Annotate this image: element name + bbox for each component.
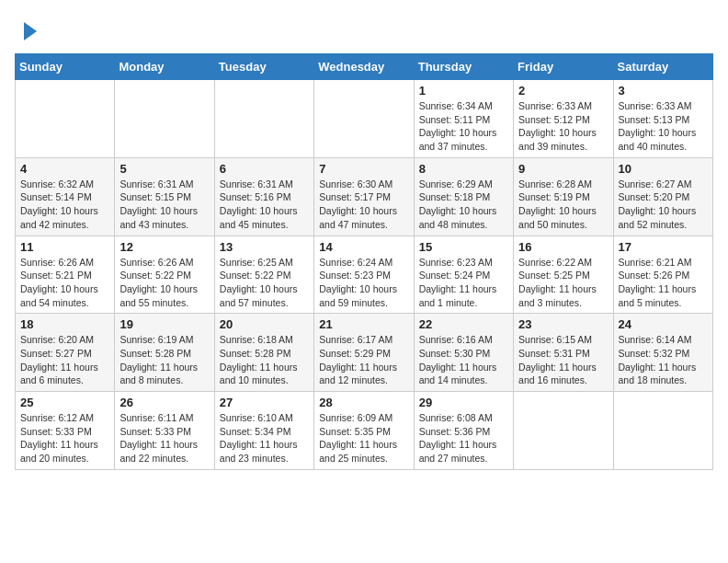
calendar-cell: 14Sunrise: 6:24 AM Sunset: 5:23 PM Dayli… [314, 236, 414, 314]
day-number: 26 [119, 396, 209, 409]
calendar-cell: 1Sunrise: 6:34 AM Sunset: 5:11 PM Daylig… [414, 80, 513, 158]
calendar-cell: 4Sunrise: 6:32 AM Sunset: 5:14 PM Daylig… [16, 157, 115, 236]
calendar-cell: 28Sunrise: 6:09 AM Sunset: 5:35 PM Dayli… [314, 392, 414, 470]
day-info: Sunrise: 6:23 AM Sunset: 5:24 PM Dayligh… [419, 256, 508, 310]
calendar-cell: 10Sunrise: 6:27 AM Sunset: 5:20 PM Dayli… [613, 157, 712, 236]
day-info: Sunrise: 6:21 AM Sunset: 5:26 PM Dayligh… [619, 256, 708, 310]
header-tuesday: Tuesday [214, 54, 313, 80]
day-info: Sunrise: 6:26 AM Sunset: 5:22 PM Dayligh… [119, 256, 209, 310]
calendar-cell: 21Sunrise: 6:17 AM Sunset: 5:29 PM Dayli… [314, 314, 414, 392]
page-header [15, 15, 713, 44]
day-info: Sunrise: 6:14 AM Sunset: 5:32 PM Dayligh… [619, 333, 708, 387]
day-info: Sunrise: 6:08 AM Sunset: 5:36 PM Dayligh… [419, 411, 508, 465]
day-info: Sunrise: 6:31 AM Sunset: 5:16 PM Dayligh… [220, 178, 309, 232]
calendar-cell: 6Sunrise: 6:31 AM Sunset: 5:16 PM Daylig… [214, 157, 313, 236]
day-number: 7 [319, 162, 408, 176]
day-number: 6 [220, 162, 309, 176]
day-number: 14 [319, 240, 408, 254]
day-info: Sunrise: 6:32 AM Sunset: 5:14 PM Dayligh… [20, 178, 109, 232]
header-sunday: Sunday [16, 54, 115, 80]
calendar-week-3: 11Sunrise: 6:26 AM Sunset: 5:21 PM Dayli… [16, 236, 713, 314]
calendar-header-row: SundayMondayTuesdayWednesdayThursdayFrid… [16, 54, 713, 80]
calendar-cell: 7Sunrise: 6:30 AM Sunset: 5:17 PM Daylig… [314, 157, 414, 236]
calendar-cell [514, 392, 613, 470]
calendar-cell: 5Sunrise: 6:31 AM Sunset: 5:15 PM Daylig… [115, 157, 214, 236]
day-info: Sunrise: 6:16 AM Sunset: 5:30 PM Dayligh… [419, 333, 508, 387]
day-info: Sunrise: 6:25 AM Sunset: 5:22 PM Dayligh… [220, 256, 309, 310]
calendar-cell: 23Sunrise: 6:15 AM Sunset: 5:31 PM Dayli… [514, 314, 613, 392]
calendar-cell: 29Sunrise: 6:08 AM Sunset: 5:36 PM Dayli… [414, 392, 513, 470]
calendar-cell: 3Sunrise: 6:33 AM Sunset: 5:13 PM Daylig… [613, 80, 712, 158]
calendar-cell [314, 80, 414, 158]
day-info: Sunrise: 6:18 AM Sunset: 5:28 PM Dayligh… [220, 333, 309, 387]
calendar-cell: 22Sunrise: 6:16 AM Sunset: 5:30 PM Dayli… [414, 314, 513, 392]
calendar-cell [613, 392, 712, 470]
day-info: Sunrise: 6:33 AM Sunset: 5:12 PM Dayligh… [518, 99, 608, 154]
calendar-cell: 24Sunrise: 6:14 AM Sunset: 5:32 PM Dayli… [613, 314, 712, 392]
day-number: 24 [619, 317, 708, 331]
day-number: 21 [319, 317, 408, 331]
day-info: Sunrise: 6:19 AM Sunset: 5:28 PM Dayligh… [119, 333, 209, 387]
calendar-cell: 9Sunrise: 6:28 AM Sunset: 5:19 PM Daylig… [514, 157, 613, 236]
day-info: Sunrise: 6:17 AM Sunset: 5:29 PM Dayligh… [319, 333, 408, 387]
day-info: Sunrise: 6:20 AM Sunset: 5:27 PM Dayligh… [20, 333, 109, 387]
calendar-cell: 25Sunrise: 6:12 AM Sunset: 5:33 PM Dayli… [16, 392, 115, 470]
logo-icon [17, 18, 42, 44]
day-info: Sunrise: 6:09 AM Sunset: 5:35 PM Dayligh… [319, 411, 408, 465]
calendar-cell: 15Sunrise: 6:23 AM Sunset: 5:24 PM Dayli… [414, 236, 513, 314]
day-number: 4 [20, 162, 109, 176]
calendar-cell: 2Sunrise: 6:33 AM Sunset: 5:12 PM Daylig… [514, 80, 613, 158]
day-number: 8 [419, 162, 508, 176]
calendar-cell [214, 80, 313, 158]
calendar-cell: 20Sunrise: 6:18 AM Sunset: 5:28 PM Dayli… [214, 314, 313, 392]
day-number: 17 [619, 240, 708, 254]
svg-marker-0 [24, 22, 37, 40]
day-number: 11 [20, 240, 109, 254]
calendar-table: SundayMondayTuesdayWednesdayThursdayFrid… [15, 53, 713, 470]
day-info: Sunrise: 6:33 AM Sunset: 5:13 PM Dayligh… [619, 99, 708, 154]
calendar-cell: 13Sunrise: 6:25 AM Sunset: 5:22 PM Dayli… [214, 236, 313, 314]
day-info: Sunrise: 6:15 AM Sunset: 5:31 PM Dayligh… [518, 333, 608, 387]
day-number: 15 [419, 240, 508, 254]
day-info: Sunrise: 6:29 AM Sunset: 5:18 PM Dayligh… [419, 178, 508, 232]
day-info: Sunrise: 6:10 AM Sunset: 5:34 PM Dayligh… [220, 411, 309, 465]
day-info: Sunrise: 6:24 AM Sunset: 5:23 PM Dayligh… [319, 256, 408, 310]
day-number: 27 [220, 396, 309, 409]
day-number: 23 [518, 317, 608, 331]
day-number: 19 [119, 317, 209, 331]
day-number: 9 [518, 162, 608, 176]
calendar-week-2: 4Sunrise: 6:32 AM Sunset: 5:14 PM Daylig… [16, 157, 713, 236]
day-info: Sunrise: 6:28 AM Sunset: 5:19 PM Dayligh… [518, 178, 608, 232]
header-saturday: Saturday [613, 54, 712, 80]
calendar-cell: 27Sunrise: 6:10 AM Sunset: 5:34 PM Dayli… [214, 392, 313, 470]
day-number: 12 [119, 240, 209, 254]
calendar-cell [115, 80, 214, 158]
calendar-cell: 26Sunrise: 6:11 AM Sunset: 5:33 PM Dayli… [115, 392, 214, 470]
calendar-cell: 19Sunrise: 6:19 AM Sunset: 5:28 PM Dayli… [115, 314, 214, 392]
calendar-cell [16, 80, 115, 158]
calendar-cell: 18Sunrise: 6:20 AM Sunset: 5:27 PM Dayli… [16, 314, 115, 392]
day-number: 22 [419, 317, 508, 331]
calendar-week-5: 25Sunrise: 6:12 AM Sunset: 5:33 PM Dayli… [16, 392, 713, 470]
calendar-cell: 8Sunrise: 6:29 AM Sunset: 5:18 PM Daylig… [414, 157, 513, 236]
day-number: 13 [220, 240, 309, 254]
day-info: Sunrise: 6:31 AM Sunset: 5:15 PM Dayligh… [119, 178, 209, 232]
calendar-cell: 11Sunrise: 6:26 AM Sunset: 5:21 PM Dayli… [16, 236, 115, 314]
day-number: 18 [20, 317, 109, 331]
day-number: 5 [119, 162, 209, 176]
header-wednesday: Wednesday [314, 54, 414, 80]
calendar-cell: 12Sunrise: 6:26 AM Sunset: 5:22 PM Dayli… [115, 236, 214, 314]
header-thursday: Thursday [414, 54, 513, 80]
calendar-cell: 16Sunrise: 6:22 AM Sunset: 5:25 PM Dayli… [514, 236, 613, 314]
logo [15, 18, 42, 44]
day-info: Sunrise: 6:34 AM Sunset: 5:11 PM Dayligh… [419, 99, 508, 154]
day-number: 3 [619, 84, 708, 98]
header-monday: Monday [115, 54, 214, 80]
day-number: 20 [220, 317, 309, 331]
day-number: 16 [518, 240, 608, 254]
calendar-cell: 17Sunrise: 6:21 AM Sunset: 5:26 PM Dayli… [613, 236, 712, 314]
day-number: 10 [619, 162, 708, 176]
day-number: 25 [20, 396, 109, 409]
header-friday: Friday [514, 54, 613, 80]
day-info: Sunrise: 6:11 AM Sunset: 5:33 PM Dayligh… [119, 411, 209, 465]
